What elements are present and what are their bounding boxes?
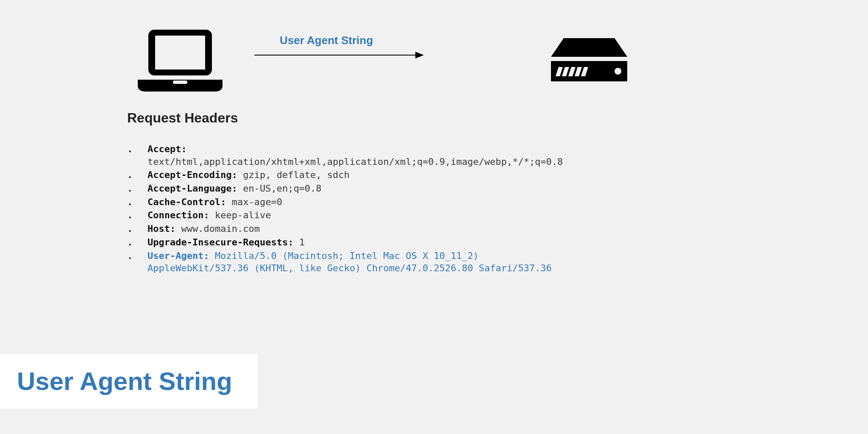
bullet: .: [127, 223, 147, 235]
laptop-icon: [136, 30, 225, 95]
header-value: text/html,application/xhtml+xml,applicat…: [147, 156, 563, 167]
bullet: .: [127, 209, 147, 222]
headers-list: .Accept: text/html,application/xhtml+xml…: [127, 143, 593, 275]
header-value: max-age=0: [232, 197, 282, 207]
bullet: .: [127, 236, 147, 249]
header-name: Cache-Control:: [147, 197, 232, 207]
svg-point-14: [615, 68, 621, 75]
header-name: Connection:: [147, 210, 215, 220]
bullet: .: [127, 169, 147, 181]
request-headers-block: Request Headers .Accept: text/html,appli…: [127, 110, 593, 275]
header-value: 1: [299, 237, 305, 248]
bullet: .: [127, 250, 147, 262]
header-row: .Connection: keep-alive: [127, 209, 593, 222]
section-title: Request Headers: [127, 110, 593, 126]
header-name: Accept:: [147, 144, 187, 154]
header-name: Upgrade-Insecure-Requests:: [147, 237, 299, 248]
header-value: en-US,en;q=0.8: [243, 183, 321, 194]
svg-rect-1: [155, 36, 205, 70]
arrow-label: User Agent String: [280, 34, 373, 47]
client-server-diagram: User Agent String: [127, 30, 593, 97]
header-value: gzip, deflate, sdch: [243, 170, 350, 180]
header-row: .Host: www.domain.com: [127, 223, 593, 235]
arrow-icon: [254, 50, 424, 60]
svg-marker-6: [551, 38, 627, 57]
svg-marker-5: [415, 52, 424, 58]
header-row: .Upgrade-Insecure-Requests: 1: [127, 236, 593, 249]
header-row: .Accept-Encoding: gzip, deflate, sdch: [127, 169, 593, 181]
bullet: .: [127, 196, 147, 209]
svg-rect-3: [173, 81, 187, 84]
header-name: Accept-Encoding:: [147, 170, 243, 180]
slide-title-box: User Agent String: [0, 354, 258, 409]
svg-rect-7: [551, 57, 627, 61]
header-name: User-Agent:: [147, 250, 215, 261]
header-row: .User-Agent: Mozilla/5.0 (Macintosh; Int…: [127, 250, 593, 275]
bullet: .: [127, 143, 147, 156]
header-value: www.domain.com: [181, 223, 259, 234]
bullet: .: [127, 182, 147, 195]
header-value: keep-alive: [215, 210, 271, 220]
header-name: Accept-Language:: [147, 183, 243, 194]
slide-title: User Agent String: [17, 367, 232, 396]
server-icon: [547, 38, 632, 91]
header-name: Host:: [147, 223, 181, 234]
header-row: .Accept-Language: en-US,en;q=0.8: [127, 182, 593, 195]
header-row: .Cache-Control: max-age=0: [127, 196, 593, 209]
header-row: .Accept: text/html,application/xhtml+xml…: [127, 143, 593, 168]
